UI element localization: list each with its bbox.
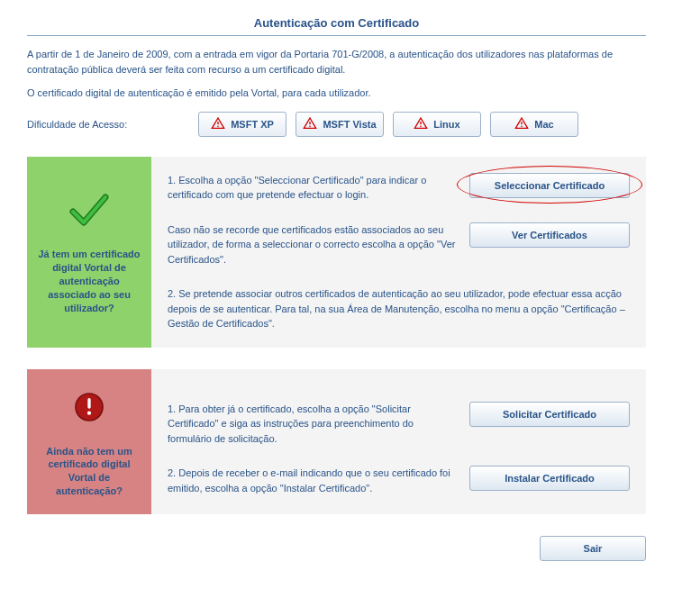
os-button-mac[interactable]: Mac <box>490 112 578 137</box>
card-left-red: Ainda não tem um certificado digital Vor… <box>27 369 151 514</box>
svg-point-3 <box>310 125 312 127</box>
exclamation-icon <box>68 385 111 429</box>
os-button-label: Linux <box>433 119 459 130</box>
view-certificates-button[interactable]: Ver Certificados <box>469 222 630 248</box>
footer: Sair <box>27 536 646 561</box>
os-button-msft-xp[interactable]: MSFT XP <box>198 112 286 137</box>
card-question: Ainda não tem um certificado digital Vor… <box>36 445 142 498</box>
warning-icon <box>414 116 428 132</box>
os-button-label: MSFT Vista <box>323 119 376 130</box>
checkmark-icon <box>68 188 111 231</box>
svg-point-10 <box>87 411 91 414</box>
svg-rect-9 <box>87 398 90 409</box>
svg-point-7 <box>521 125 523 127</box>
os-button-label: MSFT XP <box>231 119 274 130</box>
os-button-linux[interactable]: Linux <box>393 112 481 137</box>
card-body: 1. Escolha a opção "Seleccionar Certific… <box>151 157 646 348</box>
warning-icon <box>514 116 529 132</box>
svg-point-5 <box>421 125 423 127</box>
os-button-label: Mac <box>534 119 553 130</box>
request-certificate-button[interactable]: Solicitar Certificado <box>469 402 630 427</box>
step-text: 2. Se pretende associar outros certifica… <box>168 286 630 331</box>
step-text: 1. Escolha a opção "Seleccionar Certific… <box>168 173 457 203</box>
install-certificate-button[interactable]: Instalar Certificado <box>469 466 630 491</box>
step-text: 1. Para obter já o certificado, escolha … <box>168 402 457 447</box>
exit-button[interactable]: Sair <box>540 536 646 561</box>
card-no-certificate: Ainda não tem um certificado digital Vor… <box>27 369 646 514</box>
intro-text-2: O certificado digital de autenticação é … <box>27 86 646 101</box>
os-button-msft-vista[interactable]: MSFT Vista <box>296 112 384 137</box>
intro-text-1: A partir de 1 de Janeiro de 2009, com a … <box>27 47 646 77</box>
step-text: Caso não se recorde que certificados est… <box>168 222 457 267</box>
warning-icon <box>211 116 225 132</box>
access-label: Dificuldade de Acesso: <box>27 119 189 130</box>
card-has-certificate: Já tem um certificado digital Vortal de … <box>27 157 646 348</box>
svg-point-1 <box>217 125 219 127</box>
card-left-green: Já tem um certificado digital Vortal de … <box>27 157 151 348</box>
select-certificate-button[interactable]: Seleccionar Certificado <box>469 173 630 198</box>
access-row: Dificuldade de Acesso: MSFT XP MSFT Vist… <box>27 112 646 137</box>
page-title: Autenticação com Certificado <box>27 11 646 36</box>
step-text: 2. Depois de receber o e-mail indicando … <box>168 466 457 495</box>
card-body: 1. Para obter já o certificado, escolha … <box>151 369 646 514</box>
warning-icon <box>303 116 317 132</box>
card-question: Já tem um certificado digital Vortal de … <box>36 248 142 314</box>
